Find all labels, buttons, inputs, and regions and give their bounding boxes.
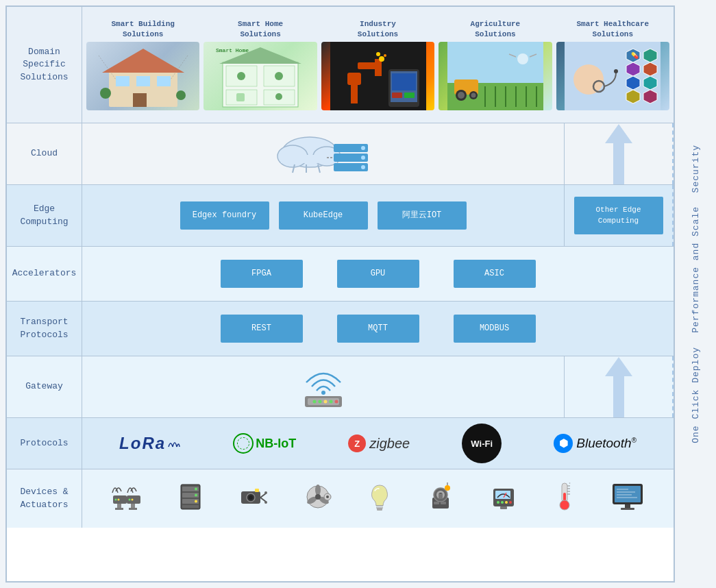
- device-fan: [304, 483, 332, 514]
- security-label: Security: [691, 145, 701, 193]
- accelerators-row: Accelerators FPGA GPU ASIC: [7, 247, 674, 302]
- healthcare-title: Smart HealthcareSolutions: [577, 19, 650, 39]
- device-monitor: [611, 482, 644, 515]
- kubeedge-box: KubeEdge: [279, 201, 368, 230]
- gateway-label: Gateway: [7, 356, 82, 417]
- svg-point-84: [334, 400, 338, 403]
- svg-text:°: °: [569, 482, 571, 487]
- svg-point-88: [117, 499, 119, 501]
- rest-box: REST: [221, 315, 303, 343]
- svg-rect-153: [621, 508, 634, 510]
- svg-rect-79: [308, 398, 339, 405]
- gpu-box: GPU: [337, 260, 419, 288]
- devices-row: Devices &Actuators: [7, 469, 674, 528]
- svg-rect-92: [131, 504, 135, 508]
- svg-marker-60: [643, 76, 657, 90]
- edge-label: EdgeComputing: [7, 185, 82, 246]
- svg-point-134: [501, 501, 504, 504]
- svg-line-109: [260, 498, 266, 502]
- wifi-logo: Wi-Fi: [462, 424, 502, 463]
- svg-rect-91: [117, 504, 121, 508]
- svg-rect-93: [115, 508, 123, 510]
- svg-point-27: [384, 54, 386, 57]
- deploy-label: One Click Deploy: [691, 347, 701, 443]
- edgex-box: Edgex foundry: [180, 201, 269, 230]
- fpga-box: FPGA: [221, 260, 303, 288]
- svg-point-126: [445, 485, 450, 491]
- svg-point-80: [312, 400, 316, 403]
- other-edge-box: Other EdgeComputing: [574, 197, 663, 234]
- svg-point-112: [315, 485, 321, 495]
- edge-computing-row: EdgeComputing Edgex foundry KubeEdge 阿里云…: [7, 185, 674, 247]
- gateway-arrow-up: [605, 357, 632, 417]
- smart-building-image: [86, 42, 199, 110]
- bluetooth-logo: ⬢ Bluetooth®: [554, 434, 637, 453]
- edge-right-box: Other EdgeComputing: [564, 185, 674, 246]
- svg-point-28: [376, 52, 380, 56]
- devices-content: °: [82, 469, 674, 528]
- svg-rect-125: [439, 493, 443, 499]
- svg-point-135: [505, 501, 508, 504]
- svg-point-73: [361, 146, 365, 150]
- cloud-arrow-area: [564, 123, 674, 184]
- gateway-svg: [293, 363, 354, 411]
- cloud-content: [82, 123, 564, 184]
- svg-point-53: [614, 69, 618, 73]
- svg-point-7: [176, 90, 186, 100]
- svg-point-38: [458, 92, 465, 99]
- gateway-row: Gateway: [7, 356, 674, 418]
- gateway-content: [82, 356, 564, 417]
- svg-point-90: [131, 499, 133, 501]
- svg-point-105: [249, 495, 253, 500]
- svg-point-26: [379, 56, 384, 62]
- svg-rect-129: [441, 502, 446, 504]
- industry-image: [321, 42, 434, 110]
- svg-rect-120: [377, 508, 382, 511]
- svg-marker-57: [626, 62, 640, 76]
- healthcare-card: Smart HealthcareSolutions: [556, 19, 669, 110]
- smart-home-image: Smart Home: [203, 42, 317, 110]
- svg-point-87: [114, 499, 116, 501]
- device-meter: [491, 483, 519, 514]
- svg-rect-152: [625, 504, 630, 508]
- svg-rect-25: [375, 59, 382, 76]
- svg-point-100: [195, 488, 197, 491]
- agriculture-card: AgricultureSolutions: [439, 19, 552, 110]
- svg-point-81: [318, 400, 321, 403]
- lora-logo: L o R a: [119, 434, 181, 453]
- cloud-row: Cloud: [7, 123, 674, 185]
- cloud-arrow-up: [605, 124, 632, 184]
- transport-content: REST MQTT MODBUS: [82, 302, 674, 356]
- industry-title: IndustrySolutions: [358, 19, 398, 39]
- svg-rect-31: [392, 73, 416, 90]
- svg-point-74: [361, 156, 365, 160]
- edge-content: Edgex foundry KubeEdge 阿里云IOT: [82, 185, 564, 246]
- svg-text:Smart Home: Smart Home: [216, 47, 249, 53]
- svg-point-40: [471, 93, 476, 97]
- domain-solutions-row: DomainSpecificSolutions Smart BuildingSo…: [7, 7, 674, 123]
- device-industrial: [428, 482, 454, 515]
- svg-point-136: [509, 501, 512, 504]
- healthcare-image: 💊: [556, 42, 669, 110]
- svg-rect-137: [500, 506, 507, 509]
- svg-rect-33: [404, 93, 415, 98]
- svg-point-101: [195, 494, 197, 497]
- svg-marker-1: [102, 49, 184, 73]
- right-sidebar: Security Performance and Scale One Click…: [675, 0, 716, 588]
- svg-rect-34: [447, 42, 543, 83]
- svg-point-18: [275, 72, 283, 80]
- modbus-box: MODBUS: [454, 315, 536, 343]
- svg-point-110: [264, 501, 267, 504]
- svg-marker-58: [643, 62, 657, 76]
- smart-building-title: Smart BuildingSolutions: [111, 19, 174, 39]
- nbiot-logo: NB-IoT: [233, 433, 296, 454]
- protocols-content: L o R a NB-IoT Z zi: [82, 418, 674, 469]
- accel-content: FPGA GPU ASIC: [82, 247, 674, 301]
- svg-rect-147: [615, 486, 641, 502]
- devices-label: Devices &Actuators: [7, 469, 82, 528]
- svg-point-77: [321, 391, 325, 395]
- agriculture-image: [439, 42, 552, 110]
- svg-point-75: [361, 165, 365, 169]
- domain-label: DomainSpecificSolutions: [7, 7, 82, 123]
- device-camera: [240, 483, 267, 514]
